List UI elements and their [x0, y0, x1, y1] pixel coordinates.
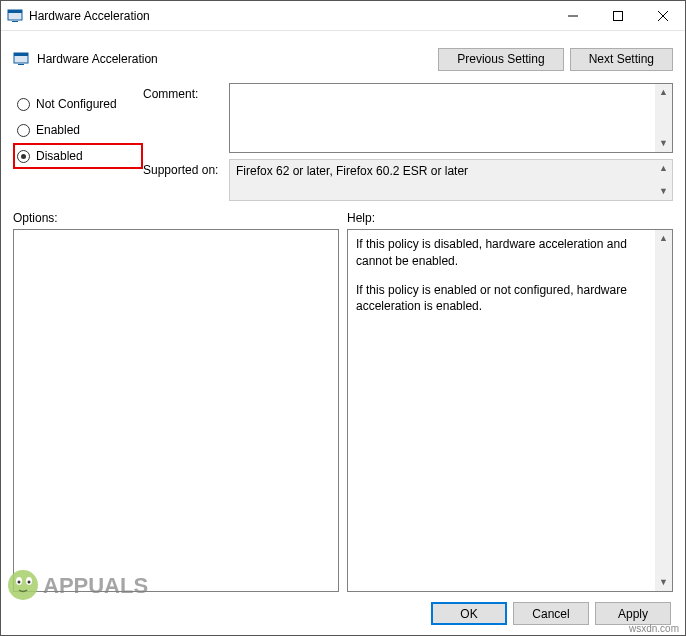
watermark-text: wsxdn.com: [629, 623, 679, 634]
help-paragraph: If this policy is enabled or not configu…: [356, 282, 650, 316]
radio-not-configured[interactable]: Not Configured: [13, 91, 143, 117]
scroll-down-icon: ▼: [655, 574, 672, 591]
svg-rect-1: [8, 10, 22, 13]
options-box: [13, 229, 339, 592]
comment-label: Comment:: [143, 83, 229, 101]
ok-button[interactable]: OK: [431, 602, 507, 625]
cancel-button[interactable]: Cancel: [513, 602, 589, 625]
help-pane: Help: If this policy is disabled, hardwa…: [347, 211, 673, 592]
svg-rect-8: [14, 53, 28, 56]
supported-textarea: Firefox 62 or later, Firefox 60.2 ESR or…: [229, 159, 673, 201]
help-box: If this policy is disabled, hardware acc…: [347, 229, 673, 592]
apply-button[interactable]: Apply: [595, 602, 671, 625]
scroll-down-icon: ▼: [655, 183, 672, 200]
next-setting-button[interactable]: Next Setting: [570, 48, 673, 71]
page-title: Hardware Acceleration: [37, 52, 158, 66]
dialog-window: Hardware Acceleration Hardware Accelerat…: [0, 0, 686, 636]
close-button[interactable]: [640, 1, 685, 30]
scrollbar[interactable]: ▲ ▼: [655, 84, 672, 152]
fields-column: Comment: ▲ ▼ Supported on: Firefox 62 or…: [143, 83, 673, 201]
header-row: Hardware Acceleration Previous Setting N…: [13, 39, 673, 79]
supported-label: Supported on:: [143, 159, 229, 177]
previous-setting-button[interactable]: Previous Setting: [438, 48, 563, 71]
upper-area: Not Configured Enabled Disabled Comment:: [13, 83, 673, 201]
scrollbar[interactable]: ▲ ▼: [655, 230, 672, 591]
radio-label: Disabled: [36, 149, 83, 163]
titlebar: Hardware Acceleration: [1, 1, 685, 31]
help-paragraph: If this policy is disabled, hardware acc…: [356, 236, 650, 270]
radio-icon: [17, 98, 30, 111]
maximize-button[interactable]: [595, 1, 640, 30]
content-area: Hardware Acceleration Previous Setting N…: [1, 31, 685, 635]
radio-icon: [17, 150, 30, 163]
help-label: Help:: [347, 211, 673, 225]
svg-rect-2: [12, 21, 18, 22]
svg-rect-9: [18, 64, 24, 65]
window-title: Hardware Acceleration: [29, 9, 150, 23]
scrollbar[interactable]: ▲ ▼: [655, 160, 672, 200]
app-icon: [7, 8, 23, 24]
minimize-button[interactable]: [550, 1, 595, 30]
radio-icon: [17, 124, 30, 137]
options-pane: Options:: [13, 211, 339, 592]
scroll-up-icon: ▲: [655, 160, 672, 177]
options-label: Options:: [13, 211, 339, 225]
comment-row: Comment: ▲ ▼: [143, 83, 673, 153]
radio-disabled[interactable]: Disabled: [13, 143, 143, 169]
svg-rect-4: [613, 11, 622, 20]
dialog-button-row: OK Cancel Apply: [13, 602, 673, 625]
scroll-up-icon: ▲: [655, 84, 672, 101]
scroll-up-icon: ▲: [655, 230, 672, 247]
supported-value: Firefox 62 or later, Firefox 60.2 ESR or…: [236, 164, 468, 178]
comment-textarea[interactable]: ▲ ▼: [229, 83, 673, 153]
scroll-down-icon: ▼: [655, 135, 672, 152]
radio-label: Enabled: [36, 123, 80, 137]
radio-label: Not Configured: [36, 97, 117, 111]
policy-icon: [13, 51, 29, 67]
lower-area: Options: Help: If this policy is disable…: [13, 211, 673, 592]
supported-row: Supported on: Firefox 62 or later, Firef…: [143, 159, 673, 201]
radio-enabled[interactable]: Enabled: [13, 117, 143, 143]
radio-group: Not Configured Enabled Disabled: [13, 83, 143, 201]
